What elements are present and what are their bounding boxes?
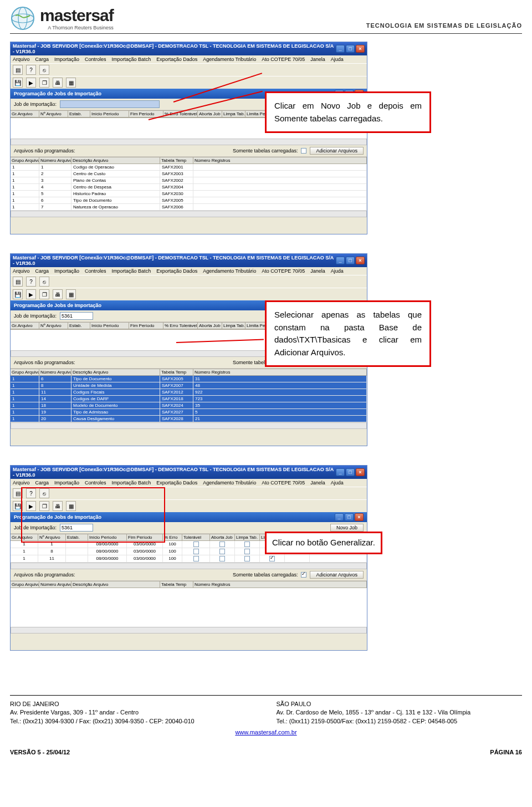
novo-job-button[interactable]: Novo Job: [330, 524, 364, 532]
menubar[interactable]: Arquivo Carga Importação Controles Impor…: [11, 55, 367, 63]
print-icon[interactable]: 🖶: [53, 78, 63, 88]
close-icon[interactable]: ×: [356, 468, 365, 476]
toolbar-icon[interactable]: ⎋: [39, 277, 49, 287]
menu-ajuda[interactable]: Ajuda: [331, 57, 344, 62]
grid-icon[interactable]: ▦: [66, 289, 76, 299]
toolbar-2: 💾 ▶ ❐ 🖶 ▦: [11, 76, 367, 89]
page-footer: RIO DE JANEIRO Av. Presidente Vargas, 30…: [10, 695, 522, 726]
menu-exportacao[interactable]: Exportação Dados: [156, 57, 197, 62]
run-icon[interactable]: ▶: [26, 289, 36, 299]
toolbar-1: ▤ ? ⎋: [11, 63, 367, 76]
window-title: Mastersaf - JOB SERVIDOR [Conexão:V1R36O…: [13, 43, 336, 54]
maximize-icon[interactable]: □: [345, 513, 354, 521]
close-icon[interactable]: ×: [356, 257, 365, 264]
maximize-icon[interactable]: □: [346, 257, 355, 264]
menu-controles[interactable]: Controles: [85, 57, 106, 62]
close-icon[interactable]: ×: [356, 45, 365, 53]
callout-box-2: Selecionar apenas as tabelas que constam…: [265, 300, 431, 367]
menu-agendamento[interactable]: Agendamento Tributário: [203, 57, 256, 62]
copy-icon[interactable]: ❐: [39, 289, 49, 299]
save-icon[interactable]: 💾: [13, 78, 23, 88]
globe-icon: [10, 6, 35, 31]
somente-label: Somente tabelas carregadas:: [233, 148, 298, 154]
toolbar-icon[interactable]: ▤: [13, 65, 23, 75]
sp-tel: Tel.: (0xx11) 2159-0500/Fax: (0xx11) 215…: [276, 717, 522, 726]
callout-box-1: Clicar em Novo Job e depois em Somente t…: [265, 91, 431, 133]
adicionar-button[interactable]: Adicionar Arquivos: [310, 147, 364, 155]
page-title: TECNOLOGIA EM SISTEMAS DE LEGISLAÇÃO: [366, 22, 522, 31]
toolbar-icon[interactable]: ▤: [13, 277, 23, 287]
rj-title: RIO DE JANEIRO: [10, 700, 256, 708]
menu-arquivo[interactable]: Arquivo: [13, 57, 30, 62]
menu-importacao[interactable]: Importação: [54, 57, 79, 62]
toolbar-icon[interactable]: ?: [26, 277, 36, 287]
brand-subtitle: A Thomson Reuters Business: [40, 25, 114, 30]
close-icon[interactable]: ×: [355, 513, 364, 521]
brand-block: mastersaf A Thomson Reuters Business: [10, 6, 114, 31]
file-table: 11Codigo de OperacaoSAFX200112Centro de …: [11, 164, 367, 211]
minimize-icon[interactable]: _: [336, 257, 345, 264]
maximize-icon[interactable]: □: [346, 468, 355, 476]
window-titlebar: Mastersaf - JOB SERVIDOR [Conexão:V1R36O…: [11, 42, 367, 55]
screenshot-2: Mastersaf - JOB SERVIDOR [Conexão:V1R36O…: [10, 253, 522, 446]
maximize-icon[interactable]: □: [346, 45, 355, 53]
grid-bot-header: Grupo ArquivoNúmero ArquivoDescrição Arq…: [11, 157, 367, 164]
menu-importacao-batch[interactable]: Importação Batch: [112, 57, 151, 62]
sp-addr: Av. Dr. Cardoso de Melo, 1855 - 13º anda…: [276, 708, 522, 717]
somente-checkbox[interactable]: [301, 572, 306, 578]
screenshot-3: Mastersaf - JOB SERVIDOR [Conexão:V1R36O…: [10, 465, 522, 651]
print-icon[interactable]: 🖶: [53, 289, 63, 299]
somente-checkbox[interactable]: [301, 148, 306, 154]
footer-url[interactable]: www.mastersaf.com.br: [235, 729, 296, 736]
menu-carga[interactable]: Carga: [35, 57, 49, 62]
callout-box-3: Clicar no botão Generalizar.: [265, 532, 382, 554]
screenshot-1: Mastersaf - JOB SERVIDOR [Conexão:V1R36O…: [10, 42, 522, 234]
minimize-icon[interactable]: _: [335, 513, 344, 521]
adicionar-button[interactable]: Adicionar Arquivos: [310, 571, 364, 579]
arquivos-label: Arquivos não programados:: [14, 148, 75, 154]
rj-addr: Av. Presidente Vargas, 309 - 11º andar -…: [10, 708, 256, 717]
svg-point-0: [12, 7, 34, 29]
grid-icon[interactable]: ▦: [66, 78, 76, 88]
save-icon[interactable]: 💾: [13, 289, 23, 299]
copy-icon[interactable]: ❐: [39, 78, 49, 88]
brand-name: mastersaf: [40, 6, 114, 25]
minimize-icon[interactable]: _: [336, 468, 345, 476]
run-icon[interactable]: ▶: [26, 78, 36, 88]
page-number: PÁGINA 16: [490, 749, 522, 755]
version-label: VERSÃO 5 - 25/04/12: [10, 749, 70, 755]
job-label: Job de Importação:: [14, 101, 57, 107]
callout-area-generalizar: [21, 487, 165, 543]
menu-janela[interactable]: Janela: [310, 57, 325, 62]
sp-title: SÃO PAULO: [276, 700, 522, 708]
menu-cotepe[interactable]: Ato COTEPE 70/05: [262, 57, 305, 62]
page-header: mastersaf A Thomson Reuters Business TEC…: [10, 6, 522, 34]
job-input[interactable]: [60, 100, 160, 108]
minimize-icon[interactable]: _: [336, 45, 345, 53]
rj-tel: Tel.: (0xx21) 3094-9300 / Fax: (0xx21) 3…: [10, 717, 256, 726]
toolbar-icon[interactable]: ?: [26, 65, 36, 75]
job-input[interactable]: [60, 312, 93, 320]
toolbar-icon[interactable]: ⎋: [39, 65, 49, 75]
file-table[interactable]: 16Tipo de DocumentoSAFX20053118Unidade d…: [11, 376, 367, 422]
